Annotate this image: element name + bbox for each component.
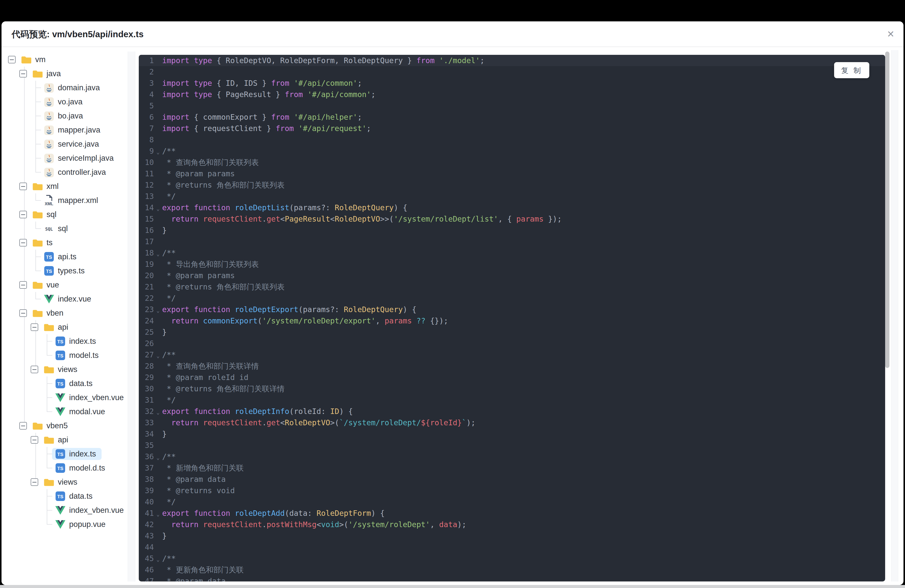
folder-icon <box>21 55 32 64</box>
tree-file-index-ts[interactable]: TSindex.ts <box>2 334 127 348</box>
collapse-toggle-icon[interactable] <box>19 281 27 289</box>
collapse-toggle-icon[interactable] <box>19 422 27 429</box>
modal-header: 代码预览: vm/vben5/api/index.ts ✕ <box>2 21 903 47</box>
tree-file-types-ts[interactable]: TStypes.ts <box>2 264 127 278</box>
code-text: */ <box>162 191 885 202</box>
selected-file-highlight[interactable]: TSindex.ts <box>52 448 102 460</box>
tree-file-bo-java[interactable]: bo.java <box>2 109 127 123</box>
tree-folder-ts[interactable]: ts <box>2 236 127 250</box>
fold-arrow-icon[interactable]: ⌄ <box>154 554 162 565</box>
tree-folder-java[interactable]: java <box>2 67 127 81</box>
tree-file-model-ts[interactable]: TSmodel.ts <box>2 348 127 362</box>
tree-file-data-ts[interactable]: TSdata.ts <box>2 489 127 503</box>
tree-folder-api[interactable]: api <box>2 433 127 447</box>
collapse-toggle-icon[interactable] <box>19 70 27 78</box>
fold-arrow-icon[interactable]: ⌄ <box>154 305 162 316</box>
tree-folder-vben5[interactable]: vben5 <box>2 419 127 433</box>
code-lines: 1import type { RoleDeptVO, RoleDeptForm,… <box>139 55 885 582</box>
fold-gutter <box>154 475 162 486</box>
java-icon <box>44 138 54 149</box>
tree-connector-line <box>47 383 52 384</box>
code-text: * @returns 角色和部门关联详情 <box>162 383 885 394</box>
tree-file-controller-java[interactable]: controller.java <box>2 165 127 179</box>
close-icon[interactable]: ✕ <box>884 28 897 40</box>
fold-arrow-icon[interactable]: ⌄ <box>154 452 162 464</box>
tree-file-index-vben-vue[interactable]: index_vben.vue <box>2 503 127 517</box>
collapse-toggle-icon[interactable] <box>31 436 38 443</box>
fold-gutter <box>154 90 162 101</box>
tree-connector-line <box>47 355 52 356</box>
tree-node: javadomain.javavo.javabo.javamapper.java… <box>2 67 127 179</box>
line-number: 11 <box>139 168 154 179</box>
collapse-toggle-icon[interactable] <box>31 323 38 331</box>
code-text: } <box>162 326 885 338</box>
tree-node: TSapi.ts <box>2 250 127 264</box>
code-line: 28 * 查询角色和部门关联详情 <box>139 361 885 372</box>
tree-folder-vm[interactable]: vm <box>2 52 127 67</box>
code-scrollbar-thumb[interactable] <box>885 52 889 368</box>
code-text <box>162 100 885 111</box>
tree-file-api-ts[interactable]: TSapi.ts <box>2 250 127 264</box>
code-editor[interactable]: 1import type { RoleDeptVO, RoleDeptForm,… <box>139 55 885 582</box>
collapse-toggle-icon[interactable] <box>8 56 16 64</box>
line-number: 7 <box>139 123 154 134</box>
vue-icon <box>55 393 66 402</box>
tree-node: TSindex.ts <box>2 447 127 461</box>
tree-file-popup-vue[interactable]: popup.vue <box>2 517 127 531</box>
code-text: * @param roleId id <box>162 372 885 383</box>
code-line: 39 * @returns void <box>139 485 885 496</box>
code-line: 30 * @returns 角色和部门关联详情 <box>139 383 885 394</box>
sidebar-scrollbar[interactable] <box>128 52 135 582</box>
tree-file-modal-vue[interactable]: modal.vue <box>2 405 127 419</box>
copy-button[interactable]: 复 制 <box>834 62 869 78</box>
tree-folder-views[interactable]: views <box>2 362 127 377</box>
tree-node-label: vo.java <box>58 97 83 106</box>
line-number: 41 <box>139 507 154 519</box>
modal-scrollbar[interactable] <box>891 50 898 582</box>
tree-file-serviceimpl-java[interactable]: serviceImpl.java <box>2 151 127 165</box>
fold-arrow-icon[interactable]: ⌄ <box>154 248 162 260</box>
tree-folder-views[interactable]: views <box>2 475 127 489</box>
tree-folder-vue[interactable]: vue <box>2 278 127 292</box>
code-scrollbar[interactable] <box>884 50 891 582</box>
collapse-toggle-icon[interactable] <box>19 183 27 190</box>
fold-gutter <box>154 113 162 124</box>
tree-file-mapper-xml[interactable]: XMLmapper.xml <box>2 194 127 208</box>
tree-node-label: vue <box>46 280 59 289</box>
tree-file-vo-java[interactable]: vo.java <box>2 95 127 109</box>
tree-connector-line <box>35 130 41 130</box>
fold-arrow-icon[interactable]: ⌄ <box>154 350 162 362</box>
tree-folder-vben[interactable]: vben <box>2 306 127 320</box>
collapse-toggle-icon[interactable] <box>31 366 38 373</box>
fold-arrow-icon[interactable]: ⌄ <box>154 147 162 158</box>
collapse-toggle-icon[interactable] <box>19 239 27 246</box>
code-text: * 查询角色和部门关联列表 <box>162 157 885 168</box>
tree-folder-api[interactable]: api <box>2 320 127 334</box>
fold-arrow-icon[interactable]: ⌄ <box>154 203 162 215</box>
folder-icon <box>32 182 43 191</box>
tree-file-index-vben-vue[interactable]: index_vben.vue <box>2 391 127 405</box>
fold-gutter <box>154 260 162 271</box>
fold-gutter <box>154 396 162 407</box>
tree-node-label: vben <box>46 308 64 318</box>
tree-file-model-d-ts[interactable]: TSmodel.d.ts <box>2 461 127 475</box>
tree-file-data-ts[interactable]: TSdata.ts <box>2 377 127 391</box>
tree-file-index-vue[interactable]: index.vue <box>2 292 127 306</box>
tree-node-label: model.ts <box>69 351 98 360</box>
tree-file-index-ts[interactable]: TSindex.ts <box>2 447 127 461</box>
svg-text:TS: TS <box>57 466 64 471</box>
tree-connector-line <box>35 271 41 271</box>
tree-file-domain-java[interactable]: domain.java <box>2 81 127 95</box>
tree-folder-sql[interactable]: sql <box>2 208 127 222</box>
collapse-toggle-icon[interactable] <box>19 309 27 317</box>
collapse-toggle-icon[interactable] <box>19 211 27 218</box>
tree-file-service-java[interactable]: service.java <box>2 137 127 151</box>
folder-icon <box>44 435 54 444</box>
tree-folder-xml[interactable]: xml <box>2 179 127 194</box>
tree-file-mapper-java[interactable]: mapper.java <box>2 123 127 137</box>
tree-node: viewsTSdata.tsindex_vben.vuemodal.vue <box>2 362 127 419</box>
collapse-toggle-icon[interactable] <box>31 478 38 486</box>
fold-arrow-icon[interactable]: ⌄ <box>154 509 162 520</box>
fold-arrow-icon[interactable]: ⌄ <box>154 407 162 418</box>
tree-file-sql[interactable]: SQLsql <box>2 222 127 236</box>
